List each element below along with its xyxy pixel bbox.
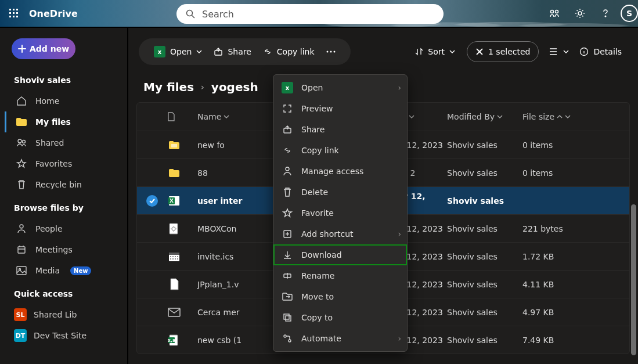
sidebar-item-label: Recycle bin <box>35 180 82 189</box>
svg-rect-40 <box>175 258 176 260</box>
context-manage-access[interactable]: Manage access <box>273 161 407 182</box>
cell-modifiedby: Shoviv sales <box>447 308 522 317</box>
excel-icon: x <box>282 82 293 93</box>
context-menu: xOpen›PreviewShareCopy linkManage access… <box>273 74 408 352</box>
plus-icon <box>18 45 26 53</box>
svg-point-14 <box>605 16 606 17</box>
chevron-down-icon <box>563 49 569 55</box>
context-copy-link[interactable]: Copy link <box>273 140 407 161</box>
sidebar-item-media[interactable]: MediaNew <box>5 260 122 281</box>
svg-point-13 <box>578 12 582 15</box>
cell-modifiedby: Shoviv sales <box>447 140 522 150</box>
breadcrumb-leaf: yogesh <box>211 80 258 94</box>
sidebar-item-my-files[interactable]: My files <box>5 111 122 132</box>
cell-modifiedby: Shoviv sales <box>447 280 522 289</box>
col-filesize[interactable]: File size <box>522 112 592 121</box>
context-rename[interactable]: Rename <box>273 265 407 286</box>
context-item-label: Copy link <box>301 146 339 155</box>
cell-size: 0 items <box>522 140 592 150</box>
chevron-right-icon: › <box>398 334 401 343</box>
context-favorite[interactable]: Favorite <box>273 203 407 224</box>
cell-size: 4.11 KB <box>522 280 592 289</box>
svg-rect-34 <box>170 256 171 257</box>
chevron-down-icon <box>449 49 455 55</box>
sort-button[interactable]: Sort <box>409 38 461 65</box>
chevron-right-icon: › <box>398 83 401 92</box>
share-icon <box>282 125 293 134</box>
sidebar-item-label: Media <box>35 266 60 275</box>
command-bar: xOpen Share Copy link Sort 1 selected De… <box>136 36 630 67</box>
sidebar-item-favorites[interactable]: Favorites <box>5 153 122 174</box>
avatar[interactable]: S <box>621 5 638 22</box>
context-download[interactable]: Download <box>273 244 407 265</box>
sidebar-item-label: Shared <box>35 138 64 147</box>
search-input[interactable]: Search <box>176 4 444 24</box>
settings-icon[interactable] <box>567 0 593 27</box>
context-automate[interactable]: Automate› <box>273 328 407 349</box>
col-modifiedby[interactable]: Modified By <box>447 112 522 121</box>
brand-label[interactable]: OneDrive <box>29 8 78 19</box>
svg-point-52 <box>284 335 286 337</box>
svg-rect-37 <box>177 256 178 257</box>
context-share[interactable]: Share <box>273 119 407 140</box>
link-icon <box>282 146 293 155</box>
context-open[interactable]: xOpen› <box>273 77 407 98</box>
svg-rect-0 <box>9 9 11 10</box>
sidebar-item-label: Favorites <box>35 159 72 168</box>
sidebar-item-label: Meetings <box>35 245 73 254</box>
sidebar-item-recycle-bin[interactable]: Recycle bin <box>5 174 122 195</box>
sidebar-item-meetings[interactable]: Meetings <box>5 239 122 260</box>
scrollbar-thumb[interactable] <box>631 204 636 355</box>
copy-link-button[interactable]: Copy link <box>257 38 320 65</box>
search-placeholder: Search <box>202 9 234 20</box>
file-type-icon <box>167 305 181 319</box>
svg-text:x,a: x,a <box>168 338 175 343</box>
context-item-label: Move to <box>301 292 334 301</box>
more-button[interactable] <box>320 38 341 65</box>
sidebar-item-people[interactable]: People <box>5 218 122 239</box>
share-button[interactable]: Share <box>208 38 257 65</box>
selection-pill[interactable]: 1 selected <box>467 41 539 62</box>
close-icon[interactable] <box>475 48 484 56</box>
app-launcher-icon[interactable] <box>0 9 28 18</box>
moveto-icon <box>282 292 293 301</box>
search-icon <box>186 9 195 19</box>
sidebar-section-browse: Browse files by <box>14 203 122 212</box>
svg-point-24 <box>333 51 335 53</box>
chevron-down-icon <box>497 114 503 120</box>
svg-point-17 <box>20 225 23 228</box>
quick-access-shared-lib[interactable]: SLShared Lib <box>5 304 122 325</box>
teams-icon[interactable] <box>542 0 567 27</box>
context-delete[interactable]: Delete <box>273 182 407 203</box>
svg-rect-38 <box>170 258 171 260</box>
file-type-icon: x,a <box>167 333 181 347</box>
cell-size: 221 bytes <box>522 224 592 233</box>
details-button[interactable]: Details <box>574 38 628 65</box>
context-item-label: Copy to <box>301 313 333 322</box>
open-button[interactable]: xOpen <box>148 38 208 65</box>
quick-access-dev-test-site[interactable]: DTDev Test Site <box>5 325 122 346</box>
svg-point-22 <box>326 51 328 53</box>
view-switch-button[interactable] <box>545 48 574 56</box>
context-item-label: Add shortcut <box>301 229 354 239</box>
check-icon <box>146 195 158 207</box>
svg-rect-35 <box>172 256 174 257</box>
add-new-button[interactable]: Add new <box>12 38 75 59</box>
context-item-label: Share <box>301 125 325 134</box>
sort-up-icon <box>557 114 563 120</box>
breadcrumb-root[interactable]: My files <box>143 80 194 94</box>
help-icon[interactable] <box>593 0 618 27</box>
context-add-shortcut[interactable]: Add shortcut› <box>273 224 407 244</box>
svg-point-15 <box>18 139 21 143</box>
svg-rect-18 <box>18 247 25 253</box>
sidebar-item-shared[interactable]: Shared <box>5 132 122 153</box>
svg-point-53 <box>289 340 291 342</box>
chevron-right-icon: › <box>398 229 401 239</box>
cell-size: 0 items <box>522 168 592 178</box>
svg-rect-51 <box>286 316 291 321</box>
context-copy-to[interactable]: Copy to <box>273 307 407 328</box>
sidebar-item-home[interactable]: Home <box>5 91 122 111</box>
svg-rect-6 <box>9 16 11 17</box>
context-preview[interactable]: Preview <box>273 98 407 119</box>
context-move-to[interactable]: Move to <box>273 286 407 307</box>
